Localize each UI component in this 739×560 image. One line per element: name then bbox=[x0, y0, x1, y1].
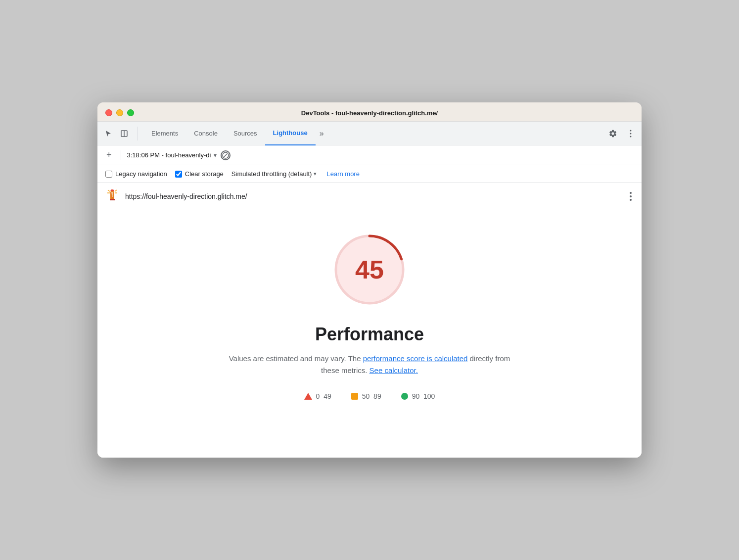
dot3 bbox=[630, 199, 632, 201]
lighthouse-favicon bbox=[105, 188, 119, 205]
url-row: https://foul-heavenly-direction.glitch.m… bbox=[97, 183, 642, 210]
performance-title: Performance bbox=[315, 324, 424, 345]
svg-rect-9 bbox=[110, 199, 115, 200]
clear-storage-group: Clear storage bbox=[175, 170, 224, 178]
svg-marker-10 bbox=[110, 189, 114, 191]
dot2 bbox=[630, 195, 632, 197]
desc-prefix: Values are estimated and may vary. The bbox=[229, 354, 363, 363]
performance-score-link[interactable]: performance score is calculated bbox=[363, 354, 468, 363]
legacy-nav-checkbox[interactable] bbox=[105, 171, 112, 178]
settings-icon[interactable] bbox=[606, 127, 620, 140]
toolbar: + 3:18:06 PM - foul-heavenly-di ▾ bbox=[97, 145, 642, 165]
score-legend: 0–49 50–89 90–100 bbox=[304, 392, 435, 400]
legend-green-range: 90–100 bbox=[412, 392, 435, 400]
more-options-icon[interactable] bbox=[624, 127, 638, 140]
clear-storage-label: Clear storage bbox=[185, 170, 224, 178]
tabbar: Elements Console Sources Lighthouse » bbox=[97, 122, 642, 145]
dock-icon[interactable] bbox=[117, 127, 131, 140]
legend-item-orange: 50–89 bbox=[351, 392, 381, 400]
legend-green-icon bbox=[401, 393, 408, 400]
dot1 bbox=[630, 192, 632, 194]
score-value: 45 bbox=[355, 255, 384, 284]
svg-line-6 bbox=[224, 154, 227, 157]
throttle-selector[interactable]: Simulated throttling (default) ▾ bbox=[231, 170, 317, 178]
add-tab-button[interactable]: + bbox=[103, 149, 115, 161]
score-container: 45 bbox=[330, 230, 409, 309]
calculator-link[interactable]: See calculator. bbox=[370, 366, 418, 374]
legend-item-red: 0–49 bbox=[304, 392, 331, 400]
url-timestamp: 3:18:06 PM - foul-heavenly-di bbox=[127, 151, 211, 159]
page-url: https://foul-heavenly-direction.glitch.m… bbox=[125, 192, 628, 200]
devtools-panel: Elements Console Sources Lighthouse » bbox=[97, 122, 642, 458]
more-tabs-button[interactable]: » bbox=[316, 122, 328, 145]
url-selector[interactable]: 3:18:06 PM - foul-heavenly-di ▾ bbox=[127, 151, 217, 159]
close-button[interactable] bbox=[105, 109, 112, 116]
tab-sources[interactable]: Sources bbox=[226, 122, 265, 145]
svg-point-3 bbox=[630, 133, 632, 134]
legacy-nav-group: Legacy navigation bbox=[105, 170, 167, 178]
legend-orange-icon bbox=[351, 393, 358, 400]
main-content: 45 Performance Values are estimated and … bbox=[97, 210, 642, 458]
minimize-button[interactable] bbox=[116, 109, 123, 116]
tabbar-right bbox=[606, 127, 638, 140]
toolbar-divider bbox=[121, 150, 121, 160]
legend-item-green: 90–100 bbox=[401, 392, 435, 400]
window-title: DevTools - foul-heavenly-direction.glitc… bbox=[301, 109, 438, 117]
legend-orange-range: 50–89 bbox=[362, 392, 381, 400]
svg-point-4 bbox=[630, 136, 632, 137]
tab-console[interactable]: Console bbox=[186, 122, 226, 145]
svg-rect-11 bbox=[112, 195, 113, 197]
legend-red-range: 0–49 bbox=[316, 392, 331, 400]
settings-row: Legacy navigation Clear storage Simulate… bbox=[97, 165, 642, 183]
svg-line-12 bbox=[115, 190, 117, 191]
tabbar-icons bbox=[101, 127, 138, 140]
maximize-button[interactable] bbox=[127, 109, 134, 116]
svg-point-2 bbox=[630, 130, 632, 131]
cursor-icon[interactable] bbox=[101, 127, 115, 140]
performance-description: Values are estimated and may vary. The p… bbox=[221, 353, 518, 376]
tab-lighthouse[interactable]: Lighthouse bbox=[265, 122, 316, 145]
traffic-lights bbox=[105, 109, 134, 116]
svg-line-14 bbox=[108, 190, 110, 191]
legacy-nav-label: Legacy navigation bbox=[115, 170, 167, 178]
throttle-label: Simulated throttling (default) bbox=[231, 170, 312, 178]
throttle-arrow-icon: ▾ bbox=[314, 171, 317, 177]
legend-red-icon bbox=[304, 393, 312, 400]
url-dropdown-arrow: ▾ bbox=[214, 152, 217, 159]
learn-more-link[interactable]: Learn more bbox=[326, 170, 359, 178]
clear-storage-checkbox[interactable] bbox=[175, 171, 182, 178]
tab-elements[interactable]: Elements bbox=[143, 122, 186, 145]
url-more-button[interactable] bbox=[628, 190, 634, 203]
titlebar: DevTools - foul-heavenly-direction.glitc… bbox=[97, 102, 642, 122]
stop-button[interactable] bbox=[221, 150, 231, 160]
browser-window: DevTools - foul-heavenly-direction.glitc… bbox=[97, 102, 642, 458]
